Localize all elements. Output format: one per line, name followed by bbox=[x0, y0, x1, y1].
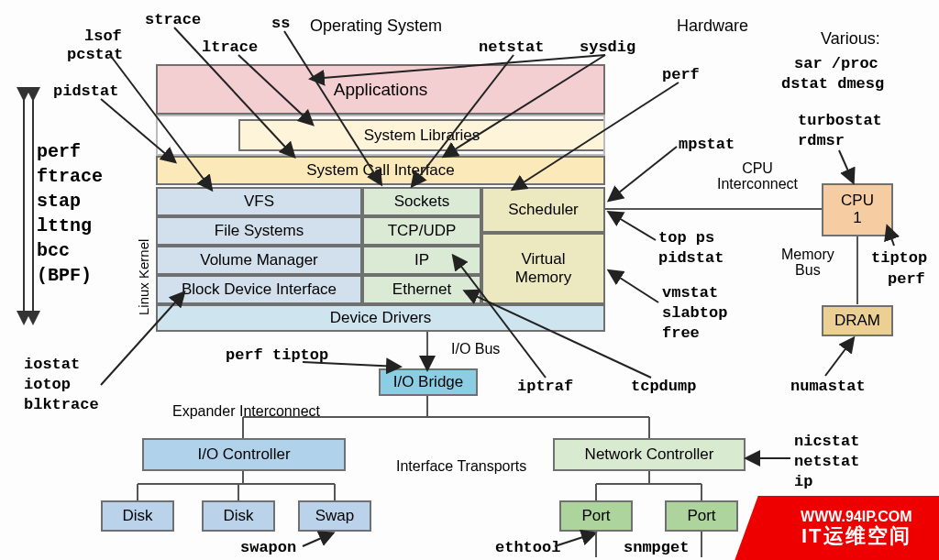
disk-2: Disk bbox=[202, 500, 275, 532]
tool-blktrace: blktrace bbox=[24, 396, 99, 413]
network-controller: Network Controller bbox=[553, 438, 746, 471]
tool-vmstat: vmstat bbox=[662, 284, 718, 302]
tool-ethtool: ethtool bbox=[495, 539, 560, 556]
port-1: Port bbox=[559, 500, 633, 532]
ip: IP bbox=[362, 246, 481, 275]
disk-1: Disk bbox=[101, 500, 174, 532]
tool-slabtop: slabtop bbox=[662, 304, 727, 322]
tool-lsof: lsof bbox=[84, 27, 122, 45]
io-controller: I/O Controller bbox=[142, 438, 346, 471]
block-device: Block Device Interface bbox=[156, 275, 362, 304]
svg-line-19 bbox=[555, 533, 594, 546]
file-systems: File Systems bbox=[156, 216, 362, 246]
tool-sysdig: sysdig bbox=[580, 38, 635, 56]
tool-netstat2: netstat bbox=[794, 453, 859, 470]
tool-netstat: netstat bbox=[479, 38, 544, 56]
tool-ip2: ip bbox=[794, 473, 812, 490]
tool-ltrace: ltrace bbox=[202, 38, 258, 56]
tool-nicstat: nicstat bbox=[794, 433, 859, 450]
tool-tcpdump: tcpdump bbox=[631, 378, 696, 395]
tool-pidstat: pidstat bbox=[53, 82, 118, 100]
tool-dstat-dmesg: dstat dmesg bbox=[781, 75, 884, 93]
svg-line-21 bbox=[825, 339, 853, 376]
io-bridge: I/O Bridge bbox=[379, 368, 478, 396]
tool-turbostat: turbostat bbox=[798, 112, 882, 129]
svg-line-13 bbox=[610, 271, 658, 302]
tool-mpstat: mpstat bbox=[679, 136, 735, 153]
volume-manager: Volume Manager bbox=[156, 246, 362, 275]
svg-line-11 bbox=[610, 147, 677, 200]
tool-perf: perf bbox=[662, 66, 700, 83]
tool-numastat: numastat bbox=[790, 378, 866, 395]
interface-transports: Interface Transports bbox=[396, 458, 526, 475]
tool-iotop: iotop bbox=[24, 376, 71, 393]
watermark-cn: IT运维空间 bbox=[801, 525, 912, 547]
tool-snmpget: snmpget bbox=[624, 539, 689, 556]
cpu-box: CPU 1 bbox=[822, 183, 893, 236]
virtual-memory: Virtual Memory bbox=[481, 233, 605, 304]
os-heading: Operating System bbox=[310, 16, 442, 36]
sockets: Sockets bbox=[362, 187, 481, 216]
io-bus: I/O Bus bbox=[451, 341, 500, 357]
tool-perf2: perf bbox=[888, 270, 925, 288]
dram-box: DRAM bbox=[822, 305, 893, 336]
port-2: Port bbox=[665, 500, 738, 532]
tool-ss: ss bbox=[271, 15, 290, 32]
expander: Expander Interconnect bbox=[172, 403, 320, 420]
memory-bus: Memory Bus bbox=[781, 247, 834, 279]
tool-swapon: swapon bbox=[240, 539, 296, 556]
tool-tiptop: tiptop bbox=[871, 249, 927, 267]
various-heading: Various: bbox=[821, 29, 880, 49]
ethernet: Ethernet bbox=[362, 275, 481, 304]
linux-kernel-label: Linux Kernel bbox=[136, 187, 151, 315]
svg-line-18 bbox=[303, 533, 332, 546]
tool-iostat: iostat bbox=[24, 356, 80, 373]
tcp-udp: TCP/UDP bbox=[362, 216, 481, 246]
tool-perf-tiptop: perf tiptop bbox=[226, 346, 328, 364]
scheduler: Scheduler bbox=[481, 187, 605, 233]
device-drivers: Device Drivers bbox=[156, 304, 605, 332]
tool-group: perf ftrace stap lttng bcc (BPF) bbox=[37, 139, 103, 288]
tool-iptraf: iptraf bbox=[517, 378, 573, 395]
tool-free: free bbox=[662, 324, 700, 342]
tool-pcstat: pcstat bbox=[67, 46, 123, 63]
swap: Swap bbox=[298, 500, 371, 532]
vfs: VFS bbox=[156, 187, 362, 216]
hardware-heading: Hardware bbox=[677, 16, 748, 36]
tool-pidstat2: pidstat bbox=[658, 249, 724, 267]
tool-rdmsr: rdmsr bbox=[798, 132, 845, 149]
applications-layer: Applications bbox=[156, 64, 605, 115]
tool-sar-proc: sar /proc bbox=[794, 55, 878, 72]
cpu-interconnect: CPU Interconnect bbox=[717, 161, 798, 192]
tool-strace: strace bbox=[145, 11, 201, 28]
watermark: WWW.94IP.COM IT运维空间 bbox=[735, 496, 939, 560]
tool-top-ps: top ps bbox=[658, 229, 714, 247]
watermark-site: WWW.94IP.COM bbox=[801, 509, 912, 525]
syslib-outer bbox=[156, 115, 605, 156]
svg-line-22 bbox=[839, 150, 853, 181]
syscall-interface: System Call Interface bbox=[156, 156, 605, 185]
svg-line-12 bbox=[610, 213, 656, 240]
